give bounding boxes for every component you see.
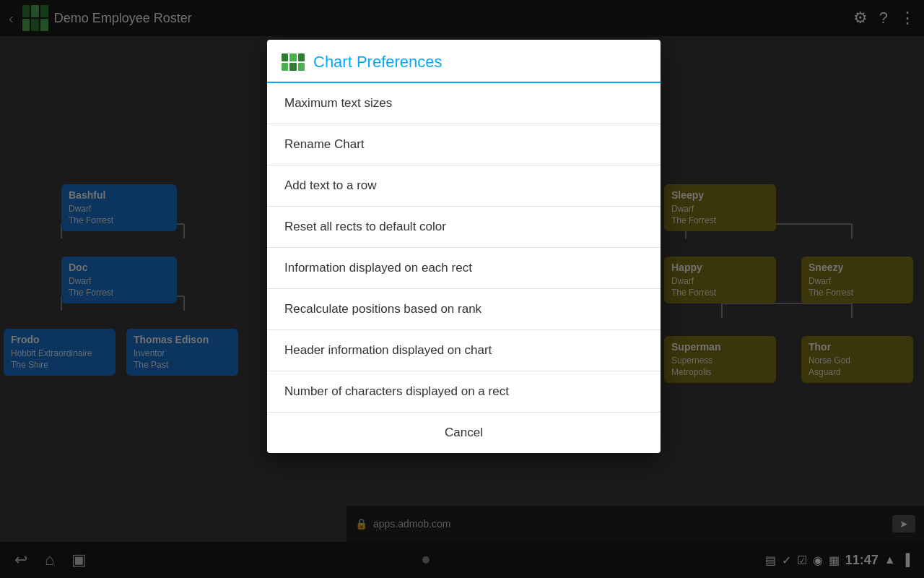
cancel-button[interactable]: Cancel: [267, 413, 661, 453]
menu-item-info-each-rect[interactable]: Information displayed on each rect: [267, 248, 661, 289]
logo-cell: [282, 63, 288, 71]
logo-cell: [289, 63, 296, 71]
dialog-list: Maximum text sizes Rename Chart Add text…: [267, 83, 661, 413]
menu-item-num-chars[interactable]: Number of characters displayed on a rect: [267, 371, 661, 413]
dialog-title: Chart Preferences: [313, 53, 443, 72]
logo-cell: [282, 53, 288, 61]
chart-preferences-dialog: Chart Preferences Maximum text sizes Ren…: [267, 40, 661, 453]
menu-item-add-text-row[interactable]: Add text to a row: [267, 165, 661, 207]
logo-cell: [298, 63, 305, 71]
dialog-header: Chart Preferences: [267, 40, 661, 83]
menu-item-header-info[interactable]: Header information displayed on chart: [267, 330, 661, 371]
menu-item-max-text-sizes[interactable]: Maximum text sizes: [267, 83, 661, 124]
logo-cell: [289, 53, 296, 61]
logo-cell: [298, 53, 305, 61]
menu-item-reset-colors[interactable]: Reset all rects to default color: [267, 207, 661, 248]
dialog-logo: [282, 53, 305, 71]
menu-item-rename-chart[interactable]: Rename Chart: [267, 124, 661, 165]
menu-item-recalculate[interactable]: Recalculate positions based on rank: [267, 289, 661, 330]
